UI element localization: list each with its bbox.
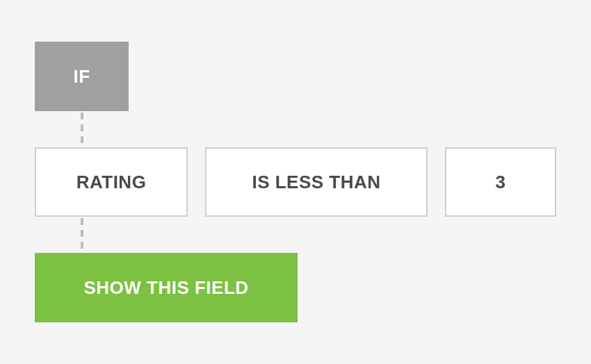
condition-field-block: RATING bbox=[35, 147, 188, 217]
condition-operator: IS LESS THAN bbox=[252, 172, 380, 193]
connector-line bbox=[81, 113, 83, 147]
condition-value-block: 3 bbox=[445, 147, 556, 217]
connector-line bbox=[81, 218, 83, 253]
condition-field: RATING bbox=[76, 172, 147, 193]
condition-keyword: IF bbox=[73, 66, 90, 88]
action-label: SHOW THIS FIELD bbox=[83, 277, 248, 299]
condition-operator-block: IS LESS THAN bbox=[205, 147, 428, 217]
condition-keyword-block: IF bbox=[35, 42, 129, 111]
action-block: SHOW THIS FIELD bbox=[35, 253, 298, 322]
condition-value: 3 bbox=[496, 172, 506, 193]
